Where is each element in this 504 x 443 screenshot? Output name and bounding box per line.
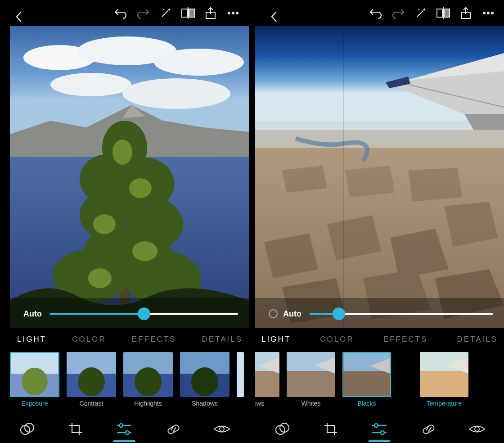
svg-point-42 bbox=[191, 367, 218, 396]
tool-crop[interactable] bbox=[313, 422, 349, 436]
screen-right: Auto LIGHT COLOR EFFECTS DETAILS adows W… bbox=[255, 0, 504, 443]
svg-point-49 bbox=[126, 431, 129, 434]
more-button[interactable] bbox=[477, 3, 500, 23]
top-toolbar bbox=[0, 0, 249, 26]
tab-effects[interactable]: EFFECTS bbox=[129, 333, 179, 349]
auto-label[interactable]: Auto bbox=[283, 309, 302, 319]
preset-thumb bbox=[123, 352, 173, 397]
svg-point-36 bbox=[78, 367, 105, 396]
tab-light[interactable]: LIGHT bbox=[14, 333, 49, 349]
tool-eye[interactable] bbox=[459, 423, 495, 435]
svg-marker-73 bbox=[345, 166, 395, 197]
preset-thumb bbox=[287, 352, 335, 397]
tab-color[interactable]: COLOR bbox=[317, 333, 356, 349]
slider-fill bbox=[50, 313, 144, 315]
svg-point-7 bbox=[236, 12, 238, 14]
svg-rect-43 bbox=[237, 352, 244, 397]
tab-details[interactable]: DETAILS bbox=[454, 333, 500, 349]
slider-bar: Auto bbox=[255, 298, 504, 330]
tool-eye[interactable] bbox=[204, 423, 240, 435]
preset-label: Blacks bbox=[357, 400, 376, 407]
svg-rect-99 bbox=[422, 424, 435, 434]
adjust-tabs: LIGHT COLOR EFFECTS DETAILS bbox=[11, 333, 249, 349]
preset-thumb bbox=[342, 352, 391, 397]
auto-label[interactable]: Auto bbox=[23, 309, 42, 319]
preset-shadows-partial[interactable]: adows bbox=[255, 352, 279, 407]
svg-rect-82 bbox=[255, 371, 279, 397]
preset-whites[interactable]: Whites bbox=[287, 352, 335, 407]
magic-wand-button[interactable] bbox=[410, 3, 432, 23]
svg-point-53 bbox=[220, 427, 224, 431]
tool-adjust[interactable] bbox=[106, 422, 142, 436]
exposure-slider[interactable] bbox=[50, 313, 238, 315]
svg-point-29 bbox=[132, 241, 158, 261]
tool-crop[interactable] bbox=[58, 422, 94, 436]
preset-temperature[interactable]: Temperature bbox=[420, 352, 468, 407]
share-button[interactable] bbox=[454, 3, 477, 23]
svg-rect-50 bbox=[167, 424, 180, 434]
svg-point-60 bbox=[487, 12, 489, 14]
preset-label: Exposure bbox=[21, 400, 48, 407]
more-button[interactable] bbox=[222, 3, 244, 23]
tool-heal[interactable] bbox=[410, 421, 446, 437]
svg-point-26 bbox=[112, 140, 132, 165]
svg-line-54 bbox=[417, 10, 423, 17]
svg-point-12 bbox=[50, 73, 131, 96]
tool-adjust[interactable] bbox=[361, 422, 397, 436]
redo-button[interactable] bbox=[132, 3, 154, 23]
svg-point-102 bbox=[475, 427, 479, 431]
tab-effects[interactable]: EFFECTS bbox=[381, 333, 430, 349]
preset-thumb bbox=[180, 352, 230, 397]
redo-button[interactable] bbox=[387, 3, 410, 23]
compare-button[interactable] bbox=[432, 3, 454, 23]
svg-line-0 bbox=[162, 10, 168, 17]
svg-point-39 bbox=[135, 367, 162, 396]
svg-point-96 bbox=[374, 424, 378, 427]
preset-exposure[interactable]: Exposure bbox=[10, 352, 59, 407]
blacks-slider[interactable] bbox=[310, 313, 493, 315]
tab-light[interactable]: LIGHT bbox=[259, 333, 293, 349]
undo-button[interactable] bbox=[109, 3, 132, 23]
magic-wand-button[interactable] bbox=[154, 3, 177, 23]
preset-strip[interactable]: adows Whites Blacks Temperature bbox=[255, 352, 504, 413]
svg-rect-55 bbox=[437, 9, 442, 17]
photo-preview[interactable] bbox=[255, 26, 504, 328]
preset-thumb bbox=[420, 352, 468, 397]
preset-label: Highlights bbox=[134, 400, 162, 407]
preset-label: adows bbox=[255, 400, 264, 407]
svg-marker-74 bbox=[408, 168, 462, 202]
tab-details[interactable]: DETAILS bbox=[199, 333, 245, 349]
tool-looks[interactable] bbox=[9, 422, 45, 436]
svg-point-47 bbox=[119, 424, 123, 427]
slider-handle[interactable] bbox=[138, 307, 150, 320]
preset-thumb bbox=[67, 352, 116, 397]
back-button[interactable] bbox=[263, 6, 286, 27]
svg-point-30 bbox=[88, 268, 112, 288]
svg-point-61 bbox=[491, 12, 493, 14]
svg-rect-85 bbox=[287, 371, 335, 397]
preset-whites-partial[interactable] bbox=[237, 352, 244, 397]
preset-strip[interactable]: Exposure Contrast Highlights Shadows bbox=[10, 352, 249, 413]
slider-handle[interactable] bbox=[333, 307, 345, 320]
share-button[interactable] bbox=[199, 3, 222, 23]
svg-rect-56 bbox=[444, 9, 450, 17]
photo-preview[interactable] bbox=[10, 26, 249, 328]
tab-color[interactable]: COLOR bbox=[69, 333, 108, 349]
tool-heal[interactable] bbox=[155, 421, 191, 437]
svg-point-98 bbox=[381, 431, 384, 434]
preset-thumb bbox=[237, 352, 244, 397]
preset-highlights[interactable]: Highlights bbox=[123, 352, 173, 407]
tool-looks[interactable] bbox=[264, 422, 300, 436]
compare-button[interactable] bbox=[177, 3, 199, 23]
undo-button[interactable] bbox=[364, 3, 387, 23]
preset-shadows[interactable]: Shadows bbox=[180, 352, 230, 407]
back-button[interactable] bbox=[8, 6, 31, 27]
preset-blacks[interactable]: Blacks bbox=[342, 352, 391, 407]
preset-contrast[interactable]: Contrast bbox=[67, 352, 116, 407]
adjust-tabs: LIGHT COLOR EFFECTS DETAILS bbox=[255, 333, 504, 349]
svg-point-13 bbox=[122, 78, 230, 109]
preset-label: Contrast bbox=[80, 400, 104, 407]
preset-label: Temperature bbox=[427, 400, 462, 407]
preset-thumb bbox=[255, 352, 279, 397]
auto-radio[interactable] bbox=[269, 309, 278, 318]
